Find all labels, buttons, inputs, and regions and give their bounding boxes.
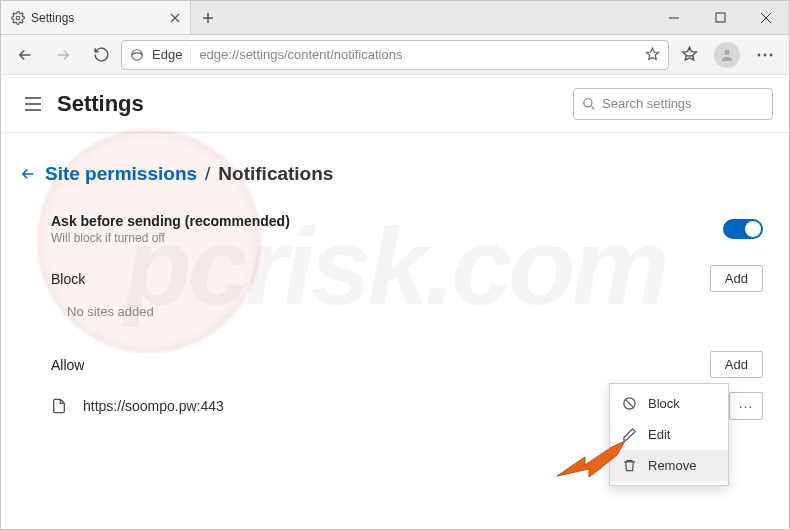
svg-point-7 — [584, 98, 592, 106]
edit-icon — [622, 427, 638, 442]
ask-sub: Will block if turned off — [51, 231, 290, 245]
block-section: Block Add — [51, 251, 763, 298]
svg-marker-9 — [557, 441, 625, 477]
page-title: Settings — [57, 91, 144, 117]
block-icon — [622, 396, 638, 411]
file-icon — [51, 397, 73, 415]
address-bar: Edge edge://settings/content/notificatio… — [1, 35, 789, 75]
allow-section: Allow Add — [51, 337, 763, 384]
favorite-icon[interactable] — [645, 47, 660, 62]
svg-point-0 — [16, 16, 20, 20]
search-icon — [582, 97, 596, 111]
svg-point-2 — [132, 49, 143, 60]
ask-before-sending-row: Ask before sending (recommended) Will bl… — [51, 207, 763, 251]
arrow-annotation — [557, 441, 627, 491]
url-divider — [190, 46, 191, 64]
context-remove-label: Remove — [648, 458, 696, 473]
minimize-button[interactable] — [651, 1, 697, 34]
allow-title: Allow — [51, 357, 84, 373]
search-placeholder: Search settings — [602, 96, 692, 111]
search-settings-input[interactable]: Search settings — [573, 88, 773, 120]
site-more-button[interactable]: ··· — [729, 392, 763, 420]
allow-add-button[interactable]: Add — [710, 351, 763, 378]
forward-button[interactable] — [45, 37, 81, 73]
svg-point-3 — [724, 49, 729, 54]
refresh-button[interactable] — [83, 37, 119, 73]
edge-icon — [130, 48, 144, 62]
svg-point-4 — [758, 53, 761, 56]
block-empty-text: No sites added — [51, 298, 763, 319]
close-tab-icon[interactable] — [170, 13, 180, 23]
tab-title: Settings — [31, 11, 164, 25]
favorites-button[interactable] — [671, 37, 707, 73]
profile-button[interactable] — [709, 37, 745, 73]
context-block-label: Block — [648, 396, 680, 411]
more-button[interactable] — [747, 37, 783, 73]
window-titlebar: Settings — [1, 1, 789, 35]
url-scheme-label: Edge — [152, 47, 182, 62]
context-edit[interactable]: Edit — [610, 419, 728, 450]
ask-toggle[interactable] — [723, 219, 763, 239]
back-button[interactable] — [7, 37, 43, 73]
breadcrumb-back-icon[interactable] — [19, 165, 37, 183]
block-add-button[interactable]: Add — [710, 265, 763, 292]
ask-label: Ask before sending (recommended) — [51, 213, 290, 229]
avatar-icon — [714, 42, 740, 68]
context-menu: Block Edit Remove — [609, 383, 729, 486]
svg-rect-1 — [716, 13, 725, 22]
breadcrumb-current: Notifications — [218, 163, 333, 185]
gear-icon — [11, 11, 25, 25]
breadcrumb-parent[interactable]: Site permissions — [45, 163, 197, 185]
svg-point-6 — [770, 53, 773, 56]
breadcrumb-separator: / — [205, 163, 210, 185]
close-window-button[interactable] — [743, 1, 789, 34]
block-title: Block — [51, 271, 85, 287]
url-box[interactable]: Edge edge://settings/content/notificatio… — [121, 40, 669, 70]
menu-button[interactable] — [17, 97, 49, 111]
maximize-button[interactable] — [697, 1, 743, 34]
new-tab-button[interactable] — [191, 1, 225, 34]
window-controls — [651, 1, 789, 34]
context-edit-label: Edit — [648, 427, 670, 442]
page-header: Settings Search settings — [1, 75, 789, 133]
context-remove[interactable]: Remove — [610, 450, 728, 481]
context-block[interactable]: Block — [610, 388, 728, 419]
breadcrumb: Site permissions / Notifications — [19, 163, 771, 185]
svg-point-5 — [764, 53, 767, 56]
browser-tab[interactable]: Settings — [1, 1, 191, 34]
toggle-knob — [745, 221, 761, 237]
url-text: edge://settings/content/notifications — [199, 47, 637, 62]
